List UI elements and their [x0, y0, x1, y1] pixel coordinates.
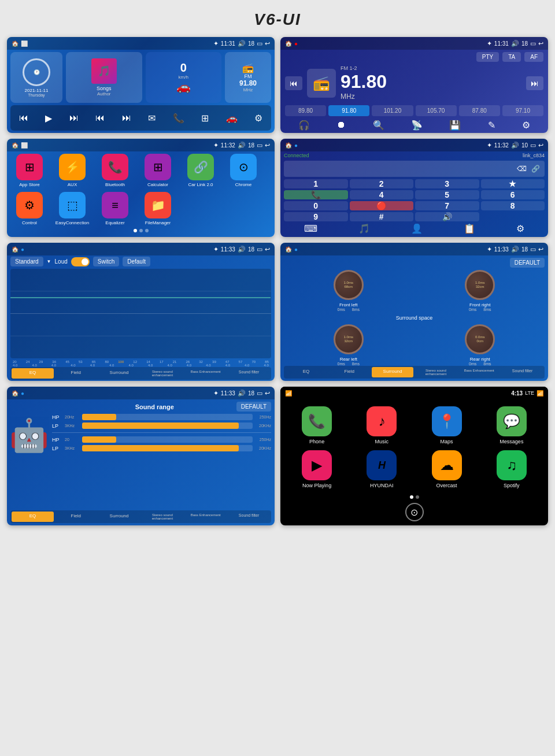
freq-10570[interactable]: 105.70	[416, 105, 457, 116]
surround-tab-surround[interactable]: Surround	[372, 367, 414, 377]
cp-app-music[interactable]: ♪ Music	[352, 406, 411, 444]
key-hangup[interactable]: 🔴	[350, 201, 414, 210]
keypad-icon[interactable]: ⌨	[304, 223, 317, 234]
back-icon-eq[interactable]: ↩	[265, 246, 270, 253]
tab-soundfilter[interactable]: Sound filter	[228, 368, 270, 379]
calllog-icon[interactable]: 📋	[464, 223, 475, 234]
ta-button[interactable]: TA	[502, 52, 521, 62]
freq-10120[interactable]: 101.20	[372, 105, 413, 116]
lp2-slider[interactable]	[82, 445, 253, 451]
gear-icon[interactable]: ⚙	[522, 120, 530, 131]
eq-preset-selector[interactable]: Standard	[10, 257, 43, 266]
hp2-slider[interactable]	[82, 436, 253, 443]
contacts-icon[interactable]: 👤	[411, 223, 423, 234]
link-btn[interactable]: 🔗	[531, 165, 540, 173]
sr-default-btn[interactable]: DEFAULT	[236, 402, 271, 412]
backspace-btn[interactable]: ⌫	[517, 165, 527, 173]
key-3[interactable]: 3	[415, 179, 479, 188]
surround-tab-stereo[interactable]: Stereo sound enhancement	[415, 367, 457, 377]
nav-widget[interactable]: 0 km/h 🚗	[146, 52, 222, 103]
surround-default-btn[interactable]: DEFAULT	[510, 258, 545, 268]
sr-tab-stereo[interactable]: Stereo sound enhancement	[141, 512, 183, 522]
fm-widget[interactable]: 📻 FM 91.80 MHz	[225, 52, 271, 103]
key-2[interactable]: 2	[350, 179, 414, 188]
app-carlink[interactable]: 🔗 Car Link 2.0	[182, 154, 220, 187]
key-hash[interactable]: #	[350, 212, 414, 221]
tab-surround[interactable]: Surround	[98, 368, 140, 379]
car-icon[interactable]: 🚗	[226, 113, 238, 124]
headphone-icon[interactable]: 🎧	[298, 120, 310, 131]
back-icon-surround[interactable]: ↩	[538, 246, 543, 253]
edit-icon[interactable]: ✎	[488, 120, 495, 131]
surround-tab-field[interactable]: Field	[328, 367, 371, 377]
chevron-down-icon[interactable]: ▼	[47, 259, 51, 264]
app-aux[interactable]: ⚡ AUX	[53, 154, 91, 187]
window-icon[interactable]: ⬜	[21, 40, 28, 47]
home-icon-eq[interactable]: 🏠	[12, 246, 18, 253]
cp-app-hyundai[interactable]: H HYUNDAI	[352, 450, 411, 488]
music-widget[interactable]: 🎵 Songs Author	[66, 52, 142, 103]
home-icon-surround[interactable]: 🏠	[285, 246, 292, 253]
prev-track-btn[interactable]: ⏮	[285, 76, 302, 90]
app-equalizer[interactable]: ≡ Equalizer	[96, 192, 134, 225]
tab-bass[interactable]: Bass Enhancement	[184, 368, 227, 379]
default-button[interactable]: Default	[123, 257, 150, 266]
hp1-slider[interactable]	[82, 414, 253, 420]
broadcast-icon[interactable]: 📡	[411, 120, 423, 131]
home-icon[interactable]: 🏠	[12, 40, 18, 47]
af-button[interactable]: AF	[524, 52, 543, 62]
home-icon-apps[interactable]: 🏠	[12, 142, 18, 149]
freq-9180[interactable]: 91.80	[328, 105, 369, 116]
phone-icon[interactable]: 📞	[173, 113, 184, 124]
sr-tab-field[interactable]: Field	[55, 512, 97, 522]
play-icon[interactable]: ▶	[45, 113, 52, 124]
loud-toggle[interactable]	[71, 257, 90, 266]
cp-app-messages[interactable]: 💬 Messages	[482, 406, 541, 444]
apps-icon[interactable]: ⊞	[201, 113, 209, 124]
back-icon[interactable]: ↩	[265, 40, 270, 47]
key-9[interactable]: 9	[284, 212, 348, 221]
message-icon[interactable]: ✉	[148, 113, 156, 124]
cp-app-maps[interactable]: 📍 Maps	[417, 406, 476, 444]
back-icon-sr[interactable]: ↩	[265, 390, 270, 397]
app-control[interactable]: ⚙ Control	[10, 192, 49, 225]
toggle-icon[interactable]: ⏺	[336, 120, 346, 131]
knob-front-right[interactable]: 1.0ms32cm Front right 0ms 8ms	[416, 270, 545, 312]
key-5[interactable]: 5	[415, 190, 479, 199]
knob-rear-right[interactable]: 0.0ms0cm Rear right 0ms 8ms	[416, 324, 545, 366]
sr-tab-eq[interactable]: EQ	[12, 512, 54, 522]
tab-stereo[interactable]: Stereo sound enhancement	[141, 368, 183, 379]
home-icon-dialer[interactable]: 🏠	[285, 142, 292, 149]
save-icon[interactable]: 💾	[449, 120, 461, 131]
settings-icon[interactable]: ⚙	[254, 113, 262, 124]
pty-button[interactable]: PTY	[476, 52, 499, 62]
switch-button[interactable]: Switch	[93, 257, 119, 266]
app-filemanager[interactable]: 📁 FileManager	[139, 192, 177, 225]
search-icon[interactable]: 🔍	[373, 120, 384, 131]
key-6[interactable]: 6	[481, 190, 545, 199]
sr-tab-filter[interactable]: Sound filter	[228, 512, 270, 522]
cp-app-phone[interactable]: 📞 Phone	[287, 406, 346, 444]
cp-app-overcast[interactable]: ☁ Overcast	[417, 450, 476, 488]
sr-tab-surround[interactable]: Surround	[98, 512, 140, 522]
app-appstore[interactable]: ⊞ App Store	[10, 154, 49, 187]
cp-app-spotify[interactable]: ♫ Spotify	[482, 450, 541, 488]
app-calculator[interactable]: ⊞ Calculator	[139, 154, 177, 187]
home-icon-fm[interactable]: 🏠	[285, 40, 292, 47]
back-icon-apps[interactable]: ↩	[265, 142, 270, 149]
freq-8780[interactable]: 87.80	[459, 105, 500, 116]
key-7[interactable]: 7	[415, 201, 479, 210]
knob-front-left[interactable]: 1.0ms68cm Front left 0ms 8ms	[284, 270, 413, 312]
key-call[interactable]: 📞	[284, 190, 348, 199]
tab-eq[interactable]: EQ	[12, 368, 54, 379]
key-8[interactable]: 8	[481, 201, 545, 210]
back-icon-fm[interactable]: ↩	[538, 40, 543, 47]
freq-9710[interactable]: 97.10	[502, 105, 543, 116]
sr-tab-bass[interactable]: Bass Enhancement	[184, 512, 227, 522]
surround-tab-bass[interactable]: Bass Enhancement	[458, 367, 500, 377]
dialer-input-display[interactable]: ⌫ 🔗	[284, 161, 545, 177]
key-volume[interactable]: 🔊	[415, 212, 479, 221]
key-4[interactable]: 4	[350, 190, 414, 199]
app-bluetooth[interactable]: 📞 Bluetooth	[96, 154, 134, 187]
next-track-btn[interactable]: ⏭	[526, 76, 543, 90]
